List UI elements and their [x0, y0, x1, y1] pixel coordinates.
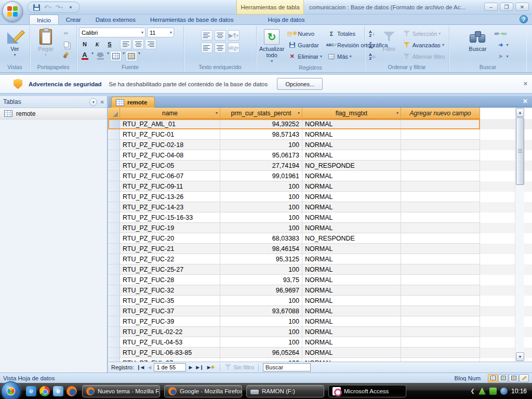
cell-flag-msgtxt[interactable]: NORMAL [302, 119, 401, 129]
row-selector[interactable] [108, 223, 120, 233]
cell-prm-cur-stats-percnt[interactable]: 96,05264 [220, 348, 302, 358]
cell-new-field[interactable] [401, 212, 480, 223]
cell-new-field[interactable] [401, 285, 480, 296]
nav-pane-menu-icon[interactable]: ▾ [89, 98, 97, 106]
cell-name[interactable]: RTU_PZ_FUC-04-08 [120, 150, 220, 161]
previous-record-button[interactable]: ◀ [147, 365, 153, 370]
record-position-input[interactable] [154, 363, 186, 371]
alternate-fill-button[interactable] [126, 51, 137, 61]
cell-new-field[interactable] [401, 181, 480, 192]
cell-name[interactable]: RTU_PZ_FUC-32 [120, 285, 220, 296]
save-button[interactable] [32, 3, 41, 12]
table-row[interactable]: RTU_PZ_FUC-14-23100NORMAL [108, 202, 532, 212]
cell-prm-cur-stats-percnt[interactable]: 98,57143 [220, 129, 302, 140]
cell-flag-msgtxt[interactable]: NORMAL [302, 337, 401, 348]
cell-prm-cur-stats-percnt[interactable]: 100 [220, 202, 302, 212]
row-selector[interactable] [108, 285, 120, 296]
cell-prm-cur-stats-percnt[interactable]: 100 [220, 327, 302, 337]
chrome-icon[interactable] [39, 386, 50, 396]
cell-prm-cur-stats-percnt[interactable]: 100 [220, 264, 302, 275]
cell-name[interactable]: RTU_PZ_AML_01 [120, 119, 220, 129]
increase-indent-button[interactable] [215, 30, 226, 41]
cell-name[interactable]: RTU_PZ_FUC-14-23 [120, 202, 220, 212]
cell-prm-cur-stats-percnt[interactable]: 100 [220, 212, 302, 223]
cell-name[interactable]: RTU_PZ_FUC-25-27 [120, 264, 220, 275]
cell-name[interactable]: RTU_PZ_FUC-39 [120, 316, 220, 327]
align-right-button[interactable] [145, 39, 156, 49]
text-direction-button[interactable]: ▶¶▾ [228, 30, 240, 41]
cell-flag-msgtxt[interactable]: NORMAL [302, 150, 401, 161]
toggle-filter-button[interactable]: Alternar filtro [401, 51, 447, 62]
cell-prm-cur-stats-percnt[interactable]: 27,74194 [220, 161, 302, 171]
table-row[interactable]: RTU_PZ_FUC-06-0799,01961NORMAL [108, 171, 532, 181]
customize-qat-button[interactable]: ▼ [66, 3, 75, 12]
tray-chevron-icon[interactable]: ❮ [471, 388, 475, 394]
cell-flag-msgtxt[interactable]: NORMAL [302, 140, 401, 150]
italic-button[interactable]: K [91, 39, 103, 49]
cell-flag-msgtxt[interactable]: NORMAL [302, 275, 401, 285]
ribbon-tab-herramientas-de-base-de-datos[interactable]: Herramientas de base de datos [143, 15, 241, 24]
cell-flag-msgtxt[interactable]: NORMAL [302, 348, 401, 358]
cell-flag-msgtxt[interactable]: NORMAL [302, 202, 401, 212]
ribbon-tab-crear[interactable]: Crear [59, 15, 88, 24]
row-selector[interactable] [108, 254, 120, 264]
internet-explorer-icon[interactable]: e [26, 386, 36, 396]
font-size-combo[interactable]: 11▾ [147, 28, 174, 37]
cell-name[interactable]: RTU_PZ_FUC-28 [120, 275, 220, 285]
cell-new-field[interactable] [401, 192, 480, 202]
cell-name[interactable]: RTU_PZ_FUC-09-11 [120, 181, 220, 192]
tray-icon-1[interactable] [478, 388, 486, 395]
row-selector[interactable] [108, 192, 120, 202]
cut-button[interactable]: ✂ [60, 28, 72, 38]
find-button[interactable]: Buscar [465, 28, 490, 53]
cell-name[interactable]: RTU_PZ_FUC-19 [120, 223, 220, 233]
cell-new-field[interactable] [401, 316, 480, 327]
cell-new-field[interactable] [401, 171, 480, 181]
column-header-name[interactable]: name▾ [120, 108, 220, 119]
row-selector[interactable] [108, 337, 120, 348]
cell-name[interactable]: RTU_PZ_FUC-21 [120, 244, 220, 254]
new-record-button[interactable]: ▶✱ [206, 365, 216, 370]
pivottable-view-button[interactable] [498, 374, 508, 382]
cell-flag-msgtxt[interactable]: NORMAL [302, 285, 401, 296]
row-selector[interactable] [108, 171, 120, 181]
nav-pane-header[interactable]: Tablas ▾ « [0, 96, 107, 108]
cell-new-field[interactable] [401, 306, 480, 316]
cell-flag-msgtxt[interactable]: NORMAL [302, 327, 401, 337]
tray-icon-2[interactable] [489, 388, 497, 395]
cell-name[interactable]: RTU_PZ_FUC-02-18 [120, 140, 220, 150]
font-color-button[interactable]: A [79, 51, 90, 61]
row-selector[interactable] [108, 150, 120, 161]
table-row[interactable]: RTU_PZ_FUC-39100NORMAL [108, 316, 532, 327]
start-button[interactable] [1, 381, 21, 399]
row-selector[interactable] [108, 181, 120, 192]
cell-name[interactable]: RTU_PZ_FUL-06-83-85 [120, 348, 220, 358]
sort-ascending-button[interactable]: AZ↓ [367, 28, 378, 39]
goto-button[interactable]: ➜▾ [494, 39, 510, 50]
restore-button[interactable]: ❐ [500, 3, 513, 11]
cell-flag-msgtxt[interactable]: NORMAL [302, 244, 401, 254]
table-row[interactable]: RTU_PZ_FUC-09-11100NORMAL [108, 181, 532, 192]
document-close-icon[interactable]: ✕ [523, 98, 528, 105]
cell-prm-cur-stats-percnt[interactable]: 94,39252 [220, 119, 302, 129]
cell-name[interactable]: RTU_PZ_FUL-02-22 [120, 327, 220, 337]
replace-button[interactable]: ab⇢ac [494, 28, 510, 39]
cell-flag-msgtxt[interactable]: NO_RESPONDE [302, 161, 401, 171]
select-button[interactable]: ➤▾ [494, 51, 510, 62]
cell-new-field[interactable] [401, 223, 480, 233]
table-row[interactable]: RTU_PZ_FUC-0527,74194NO_RESPONDE [108, 161, 532, 171]
row-selector[interactable] [108, 212, 120, 223]
cell-prm-cur-stats-percnt[interactable]: 100 [220, 181, 302, 192]
select-all-corner[interactable] [108, 108, 120, 119]
row-selector[interactable] [108, 327, 120, 337]
minimize-button[interactable]: – [484, 3, 498, 11]
taskbar-button-google-mozilla-firefox[interactable]: Google - Mozilla Firefox [164, 385, 242, 397]
cell-new-field[interactable] [401, 161, 480, 171]
row-selector[interactable] [108, 358, 120, 362]
cell-flag-msgtxt[interactable]: NORMAL [302, 316, 401, 327]
column-header-add-new-field[interactable]: Agregar nuevo campo [401, 108, 480, 119]
row-selector[interactable] [108, 316, 120, 327]
cell-prm-cur-stats-percnt[interactable]: 68,03383 [220, 233, 302, 244]
copy-button[interactable] [60, 39, 72, 49]
fill-color-button[interactable] [95, 51, 106, 61]
